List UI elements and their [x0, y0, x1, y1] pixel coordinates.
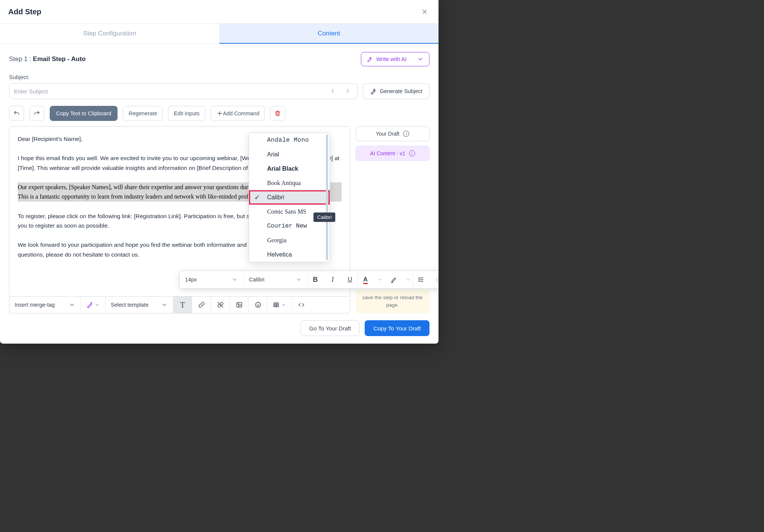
- italic-button[interactable]: I: [325, 271, 340, 288]
- add-step-modal: Add Step Step Configuration Content Step…: [0, 0, 439, 344]
- close-button[interactable]: [420, 7, 429, 17]
- check-icon: ✓: [254, 193, 260, 202]
- your-draft-pill[interactable]: Your Draft i: [356, 126, 429, 141]
- format-toolbar: 14px Calibri B I U A: [179, 271, 439, 289]
- font-size-value: 14px: [185, 277, 197, 283]
- step-prefix: Step 1 :: [9, 55, 33, 63]
- subject-label: Subject:: [9, 74, 429, 80]
- highlight-button[interactable]: [387, 271, 402, 288]
- font-option-andale-mono[interactable]: Andale Mono: [249, 133, 330, 147]
- font-family-dropdown[interactable]: Andale Mono Arial Arial Black Book Antiq…: [249, 133, 330, 262]
- highlight-icon: [391, 276, 397, 283]
- table-icon: [273, 301, 280, 308]
- tab-content[interactable]: Content: [219, 24, 439, 43]
- code-icon: [298, 301, 305, 308]
- redo-button[interactable]: [29, 106, 44, 121]
- select-template-dropdown[interactable]: Select template: [105, 297, 173, 313]
- generate-subject-button[interactable]: Generate Subject: [363, 83, 429, 99]
- select-template-label: Select template: [111, 302, 148, 308]
- warning-box: save the step or reload the page.: [356, 289, 429, 314]
- regenerate-button[interactable]: Regenerate: [123, 106, 163, 121]
- subject-prev-button[interactable]: [329, 87, 336, 95]
- chevron-down-icon: [417, 56, 424, 63]
- text-color-dropdown[interactable]: [375, 271, 384, 288]
- bold-button[interactable]: B: [308, 271, 323, 288]
- copy-text-button[interactable]: Copy Text to Clipboard: [50, 106, 118, 121]
- modal-header: Add Step: [0, 0, 439, 24]
- subject-input-wrap: [9, 83, 358, 99]
- image-icon: [236, 301, 243, 308]
- unlink-tool-button[interactable]: [211, 297, 230, 313]
- edit-inputs-button[interactable]: Edit Inputs: [168, 106, 205, 121]
- font-family-select[interactable]: Calibri: [244, 271, 308, 288]
- chevron-down-icon: [95, 302, 100, 307]
- font-tooltip: Calibri: [313, 212, 335, 222]
- unlink-icon: [217, 301, 224, 308]
- text-color-button[interactable]: A: [358, 271, 373, 288]
- link-tool-button[interactable]: [192, 297, 211, 313]
- indent-group: [413, 271, 439, 288]
- outdent-button[interactable]: [431, 271, 439, 288]
- indent-button[interactable]: [413, 271, 428, 288]
- emoji-icon: [255, 301, 261, 308]
- font-option-arial[interactable]: Arial: [249, 147, 330, 162]
- svg-point-2: [255, 302, 261, 307]
- code-tool-button[interactable]: [292, 297, 311, 313]
- ai-template-button[interactable]: [81, 297, 105, 313]
- image-tool-button[interactable]: [230, 297, 249, 313]
- outdent-icon: [435, 276, 439, 283]
- step-title: Step 1 : Email Step - Auto: [9, 55, 86, 63]
- chevron-down-icon: [281, 302, 286, 307]
- modal-footer: Go To Your Draft Copy To Your Draft: [0, 313, 439, 344]
- subject-next-button[interactable]: [344, 87, 351, 95]
- text-color-icon: A: [363, 276, 368, 283]
- editor-bottom-toolbar: Insert merge-tag Select template T: [9, 297, 350, 313]
- text-tool-icon: T: [180, 301, 185, 309]
- svg-rect-0: [237, 303, 242, 307]
- magic-wand-icon: [86, 301, 93, 308]
- table-tool-button[interactable]: [267, 297, 292, 313]
- indent-icon: [417, 276, 424, 283]
- info-icon: i: [409, 150, 415, 156]
- subject-input[interactable]: [14, 88, 329, 95]
- magic-wand-icon: [367, 56, 373, 62]
- text-color-group: A: [358, 271, 413, 288]
- info-icon: i: [403, 131, 409, 137]
- chevron-down-icon: [406, 277, 411, 282]
- step-header-row: Step 1 : Email Step - Auto Write with AI: [9, 52, 429, 66]
- svg-point-1: [238, 304, 239, 305]
- add-command-button[interactable]: Add Command: [211, 106, 265, 121]
- delete-button[interactable]: [270, 106, 285, 121]
- text-style-group: B I U: [308, 271, 358, 288]
- insert-merge-tag-dropdown[interactable]: Insert merge-tag: [9, 297, 81, 313]
- font-option-arial-black[interactable]: Arial Black: [249, 162, 330, 176]
- copy-to-draft-button[interactable]: Copy To Your Draft: [365, 320, 429, 336]
- write-with-ai-button[interactable]: Write with AI: [361, 52, 429, 66]
- bold-icon: B: [313, 276, 318, 284]
- font-size-select[interactable]: 14px: [180, 271, 244, 288]
- step-name: Email Step - Auto: [33, 55, 86, 63]
- close-icon: [421, 8, 428, 15]
- ai-content-pill[interactable]: AI Content - v1 i: [356, 146, 429, 161]
- svg-point-3: [257, 304, 257, 304]
- text-tool-button[interactable]: T: [173, 297, 192, 313]
- tab-step-configuration[interactable]: Step Configuration: [0, 24, 219, 43]
- font-family-value: Calibri: [249, 277, 264, 283]
- undo-button[interactable]: [9, 106, 24, 121]
- magic-wand-icon: [370, 88, 377, 95]
- your-draft-label: Your Draft: [376, 131, 400, 137]
- underline-button[interactable]: U: [342, 271, 358, 288]
- highlight-dropdown[interactable]: [404, 271, 413, 288]
- chevron-down-icon: [377, 277, 382, 282]
- italic-icon: I: [332, 276, 334, 284]
- font-option-calibri[interactable]: ✓ Calibri: [249, 190, 330, 205]
- chevron-down-icon: [69, 301, 75, 308]
- font-option-helvetica[interactable]: Helvetica: [249, 248, 330, 262]
- font-option-georgia[interactable]: Georgia: [249, 233, 330, 248]
- go-to-draft-button[interactable]: Go To Your Draft: [301, 320, 360, 336]
- chevron-down-icon: [161, 301, 168, 308]
- action-row: Copy Text to Clipboard Regenerate Edit I…: [9, 106, 429, 121]
- emoji-tool-button[interactable]: [249, 297, 267, 313]
- tabs: Step Configuration Content: [0, 24, 439, 44]
- font-option-book-antiqua[interactable]: Book Antiqua: [249, 176, 330, 190]
